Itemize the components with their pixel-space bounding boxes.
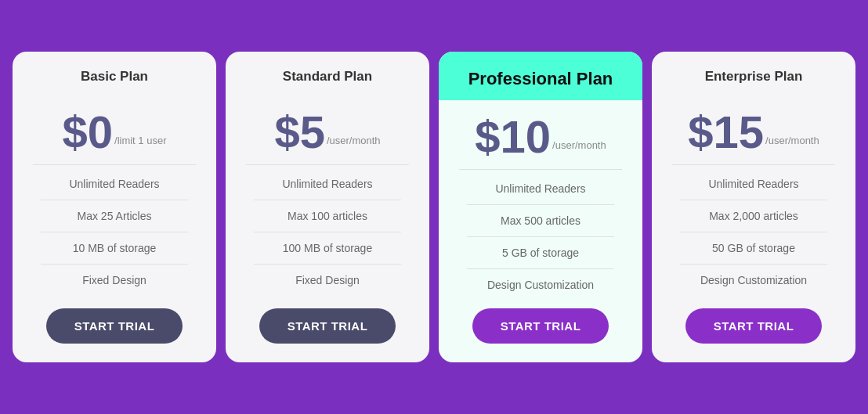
plan-price-block-standard: $5/user/month <box>266 110 388 155</box>
divider <box>467 268 615 269</box>
plan-name-professional: Professional Plan <box>448 69 633 89</box>
feature-item: 100 MB of storage <box>283 242 372 254</box>
plan-price-block-enterprise: $15/user/month <box>680 110 826 155</box>
feature-item: Unlimited Readers <box>708 178 798 190</box>
plan-card-enterprise: Enterprise Plan$15/user/monthUnlimited R… <box>652 52 855 362</box>
divider <box>254 200 402 200</box>
divider <box>680 264 828 265</box>
divider <box>459 169 622 170</box>
start-trial-button-enterprise[interactable]: START TRIAL <box>685 308 823 344</box>
plan-price-enterprise: $15 <box>688 110 764 155</box>
divider <box>467 236 615 237</box>
plan-price-basic: $0 <box>63 110 114 155</box>
start-trial-button-professional[interactable]: START TRIAL <box>472 308 609 344</box>
divider <box>467 204 615 205</box>
plan-name-standard: Standard Plan <box>235 69 420 85</box>
plan-header-enterprise: Enterprise Plan <box>652 52 855 95</box>
start-trial-button-basic[interactable]: START TRIAL <box>46 308 183 344</box>
plan-name-basic: Basic Plan <box>22 69 207 85</box>
feature-item: 10 MB of storage <box>73 242 157 254</box>
feature-item: Max 25 Articles <box>78 210 152 222</box>
feature-item: 5 GB of storage <box>502 247 579 259</box>
divider <box>41 200 189 200</box>
plan-card-standard: Standard Plan$5/user/monthUnlimited Read… <box>226 52 429 362</box>
plan-features-enterprise: Unlimited ReadersMax 2,000 articles50 GB… <box>652 167 855 286</box>
divider <box>680 200 828 200</box>
feature-item: Design Customization <box>487 279 594 291</box>
plan-header-standard: Standard Plan <box>226 52 429 95</box>
feature-item: 50 GB of storage <box>712 242 795 254</box>
plan-features-basic: Unlimited ReadersMax 25 Articles10 MB of… <box>13 167 216 286</box>
divider <box>33 164 196 165</box>
feature-item: Design Customization <box>700 274 807 286</box>
plan-price-sub-enterprise: /user/month <box>765 135 819 147</box>
feature-item: Max 100 articles <box>288 210 367 222</box>
feature-item: Unlimited Readers <box>495 182 585 195</box>
plan-price-standard: $5 <box>274 110 325 155</box>
plan-price-sub-standard: /user/month <box>327 135 381 147</box>
divider <box>254 264 402 265</box>
feature-item: Fixed Design <box>82 274 146 286</box>
divider <box>246 164 409 165</box>
plan-header-basic: Basic Plan <box>13 52 216 95</box>
start-trial-button-standard[interactable]: START TRIAL <box>259 308 396 344</box>
plan-features-professional: Unlimited ReadersMax 500 articles5 GB of… <box>439 171 642 291</box>
divider <box>672 164 835 165</box>
feature-item: Unlimited Readers <box>69 178 159 190</box>
feature-item: Unlimited Readers <box>282 178 372 190</box>
plan-name-enterprise: Enterprise Plan <box>661 69 846 85</box>
plan-price-block-basic: $0/limit 1 user <box>55 110 175 155</box>
plan-card-professional: Professional Plan$10/user/monthUnlimited… <box>439 52 642 362</box>
divider <box>41 232 189 232</box>
plan-price-sub-basic: /limit 1 user <box>114 135 166 147</box>
plan-features-standard: Unlimited ReadersMax 100 articles100 MB … <box>226 167 429 286</box>
feature-item: Max 2,000 articles <box>709 210 798 222</box>
divider <box>680 232 828 232</box>
plan-card-basic: Basic Plan$0/limit 1 userUnlimited Reade… <box>13 52 216 362</box>
divider <box>41 264 189 265</box>
feature-item: Fixed Design <box>295 274 360 286</box>
divider <box>254 232 402 232</box>
plan-header-professional: Professional Plan <box>439 52 642 100</box>
feature-item: Max 500 articles <box>501 214 580 227</box>
plan-price-professional: $10 <box>475 114 551 160</box>
plan-price-block-professional: $10/user/month <box>467 114 613 160</box>
plans-container: Basic Plan$0/limit 1 userUnlimited Reade… <box>13 52 855 362</box>
plan-price-sub-professional: /user/month <box>552 139 606 152</box>
